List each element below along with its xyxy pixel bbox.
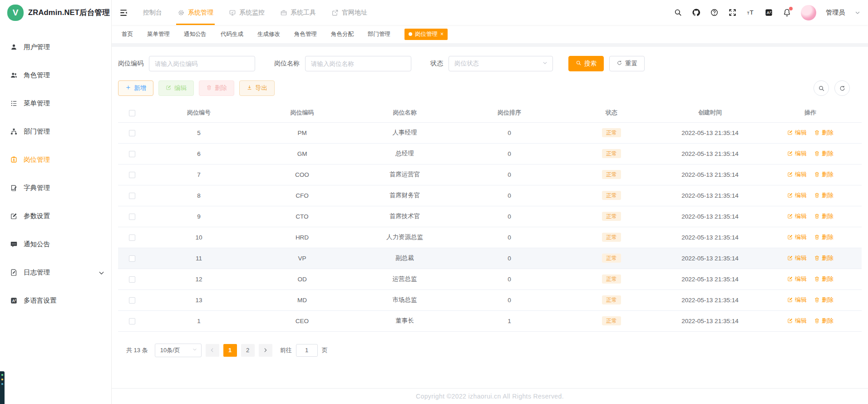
github-button[interactable] bbox=[692, 8, 700, 17]
post-code-input[interactable] bbox=[149, 56, 255, 71]
row-delete-link[interactable]: 删除 bbox=[814, 296, 833, 304]
row-checkbox[interactable] bbox=[129, 151, 135, 157]
row-checkbox[interactable] bbox=[129, 255, 135, 262]
tab-岗位管理[interactable]: 岗位管理× bbox=[404, 29, 448, 40]
row-edit-link[interactable]: 编辑 bbox=[787, 150, 807, 158]
column-header: 创建时间 bbox=[661, 103, 759, 122]
log-icon bbox=[10, 269, 18, 276]
next-page-button[interactable] bbox=[259, 344, 272, 357]
tab-生成修改[interactable]: 生成修改 bbox=[257, 30, 280, 38]
toggle-search-button[interactable] bbox=[814, 80, 829, 96]
topnav-item-system-monitor[interactable]: 系统监控 bbox=[221, 0, 272, 25]
row-delete-link[interactable]: 删除 bbox=[814, 275, 833, 283]
reset-button[interactable]: 重置 bbox=[609, 56, 645, 71]
row-edit-link[interactable]: 编辑 bbox=[787, 296, 807, 304]
row-checkbox[interactable] bbox=[129, 130, 135, 136]
sidebar-item-menu-management[interactable]: 菜单管理 bbox=[0, 89, 111, 117]
fullscreen-button[interactable] bbox=[728, 8, 737, 17]
page-button-2[interactable]: 2 bbox=[241, 344, 255, 357]
sidebar-item-i18n-settings[interactable]: A多语言设置 bbox=[0, 286, 111, 314]
sidebar-item-dict-management[interactable]: 字典管理 bbox=[0, 174, 111, 202]
help-icon bbox=[710, 8, 719, 17]
tab-部门管理[interactable]: 部门管理 bbox=[368, 30, 390, 38]
export-button[interactable]: 导出 bbox=[239, 80, 275, 96]
table-toolbar: 新增 编辑 删除 导出 bbox=[118, 80, 862, 96]
cell-created-time: 2022-05-13 21:35:14 bbox=[661, 164, 759, 185]
delete-button[interactable]: 删除 bbox=[199, 80, 234, 96]
sidebar-item-post-management[interactable]: 岗位管理 bbox=[0, 145, 111, 174]
post-name-input[interactable] bbox=[305, 56, 411, 71]
row-checkbox[interactable] bbox=[129, 172, 135, 178]
cell-post-code: OD bbox=[252, 269, 353, 289]
row-checkbox[interactable] bbox=[129, 297, 135, 304]
cell-post-sort: 0 bbox=[457, 269, 562, 289]
sidebar: V ZRAdmin.NET后台管理 用户管理角色管理菜单管理部门管理岗位管理字典… bbox=[0, 0, 112, 404]
row-delete-link[interactable]: 删除 bbox=[814, 129, 833, 137]
sidebar-item-param-settings[interactable]: 参数设置 bbox=[0, 202, 111, 230]
row-delete-link[interactable]: 删除 bbox=[814, 254, 833, 262]
sidebar-item-role-management[interactable]: 角色管理 bbox=[0, 61, 111, 89]
row-edit-link[interactable]: 编辑 bbox=[787, 170, 807, 179]
sidebar-item-log-management[interactable]: 日志管理 bbox=[0, 258, 111, 286]
status-select[interactable]: 岗位状态 bbox=[449, 56, 553, 71]
topnav-item-console[interactable]: 控制台 bbox=[135, 0, 170, 25]
table-row: 9CTO首席技术官0正常2022-05-13 21:35:14编辑删除 bbox=[118, 206, 862, 227]
row-delete-link[interactable]: 删除 bbox=[814, 233, 833, 241]
tab-通知公告[interactable]: 通知公告 bbox=[184, 30, 207, 38]
row-delete-link[interactable]: 删除 bbox=[814, 191, 833, 200]
search-button[interactable]: 搜索 bbox=[568, 56, 604, 71]
bell-button[interactable] bbox=[783, 8, 791, 17]
sidebar-item-user-management[interactable]: 用户管理 bbox=[0, 33, 111, 61]
tab-菜单管理[interactable]: 菜单管理 bbox=[147, 30, 170, 38]
row-delete-link[interactable]: 删除 bbox=[814, 170, 833, 179]
tab-代码生成[interactable]: 代码生成 bbox=[221, 30, 243, 38]
search-button[interactable] bbox=[674, 8, 682, 17]
edit-button[interactable]: 编辑 bbox=[158, 80, 194, 96]
topnav-item-system-tools[interactable]: 系统工具 bbox=[272, 0, 324, 25]
sidebar-collapse-button[interactable] bbox=[112, 0, 135, 25]
tab-close-icon[interactable]: × bbox=[440, 31, 444, 37]
row-edit-link[interactable]: 编辑 bbox=[787, 233, 807, 241]
row-delete-link[interactable]: 删除 bbox=[814, 212, 833, 220]
pagination: 共 13 条 10条/页 12 前往 页 bbox=[126, 344, 862, 357]
topnav-item-system-manage[interactable]: 系统管理 bbox=[170, 0, 221, 25]
row-edit-link[interactable]: 编辑 bbox=[787, 275, 807, 283]
user-menu-chevron-down-icon[interactable] bbox=[854, 10, 861, 16]
tab-角色分配[interactable]: 角色分配 bbox=[331, 30, 354, 38]
topnav-item-official-site[interactable]: 官网地址 bbox=[324, 0, 375, 25]
tab-首页[interactable]: 首页 bbox=[122, 30, 133, 38]
prev-page-button[interactable] bbox=[206, 344, 219, 357]
row-edit-link[interactable]: 编辑 bbox=[787, 212, 807, 220]
row-checkbox[interactable] bbox=[129, 276, 135, 283]
row-edit-link[interactable]: 编辑 bbox=[787, 191, 807, 200]
row-checkbox[interactable] bbox=[129, 214, 135, 220]
refresh-table-button[interactable] bbox=[834, 80, 850, 96]
language-icon: A bbox=[764, 8, 773, 17]
table-row: 13MD市场总监0正常2022-05-13 21:35:14编辑删除 bbox=[118, 289, 862, 310]
row-checkbox[interactable] bbox=[129, 193, 135, 199]
page-size-select[interactable]: 10条/页 bbox=[155, 344, 202, 357]
tab-label: 菜单管理 bbox=[147, 31, 170, 37]
help-button[interactable] bbox=[710, 8, 719, 17]
sidebar-item-dept-management[interactable]: 部门管理 bbox=[0, 117, 111, 145]
row-delete-link[interactable]: 删除 bbox=[814, 317, 833, 325]
tab-角色管理[interactable]: 角色管理 bbox=[294, 30, 317, 38]
language-button[interactable]: A bbox=[764, 8, 773, 17]
row-edit-link[interactable]: 编辑 bbox=[787, 317, 807, 325]
cell-post-code: CEO bbox=[252, 310, 353, 331]
row-delete-link[interactable]: 删除 bbox=[814, 150, 833, 158]
page-button-1[interactable]: 1 bbox=[223, 344, 237, 357]
font-size-button[interactable]: TT bbox=[746, 8, 755, 17]
app-logo-area[interactable]: V ZRAdmin.NET后台管理 bbox=[0, 0, 111, 25]
goto-page-input[interactable] bbox=[296, 344, 318, 357]
row-checkbox[interactable] bbox=[129, 234, 135, 241]
row-checkbox[interactable] bbox=[129, 318, 135, 324]
select-all-checkbox[interactable] bbox=[129, 110, 135, 116]
sidebar-item-notice[interactable]: 通知公告 bbox=[0, 230, 111, 258]
add-button[interactable]: 新增 bbox=[118, 80, 153, 96]
row-edit-link[interactable]: 编辑 bbox=[787, 129, 807, 137]
content-gap bbox=[112, 43, 868, 47]
avatar[interactable] bbox=[801, 5, 816, 20]
post-name-label: 岗位名称 bbox=[274, 60, 300, 68]
row-edit-link[interactable]: 编辑 bbox=[787, 254, 807, 262]
